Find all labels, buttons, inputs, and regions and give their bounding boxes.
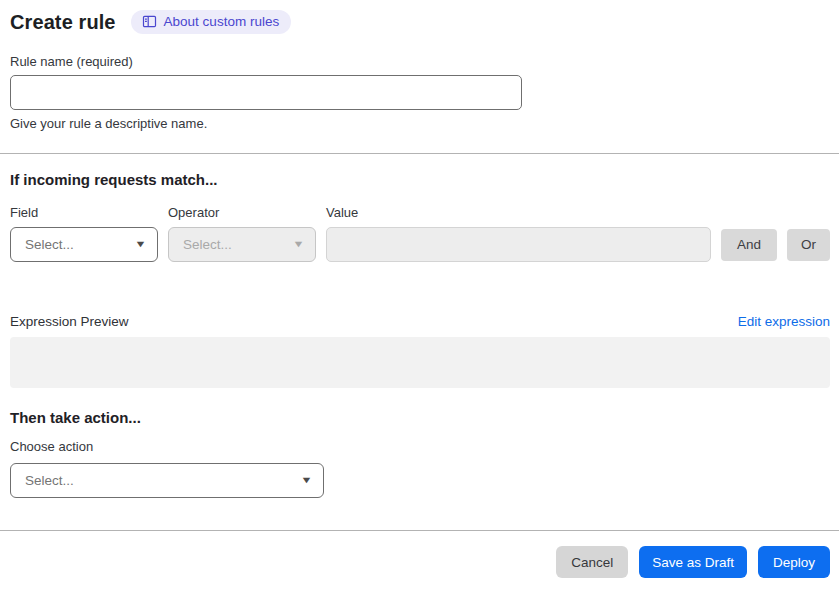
section-divider [0, 153, 839, 154]
or-button[interactable]: Or [787, 229, 830, 261]
field-select[interactable]: Select... ▼ [10, 227, 158, 262]
value-input[interactable] [326, 227, 711, 262]
caret-down-icon: ▼ [134, 240, 146, 249]
caret-down-icon: ▼ [300, 476, 312, 485]
choose-action-label: Choose action [10, 439, 830, 454]
about-badge-label: About custom rules [164, 14, 280, 29]
expression-preview-label: Expression Preview [10, 314, 129, 329]
field-select-value: Select... [25, 237, 74, 252]
save-as-draft-button[interactable]: Save as Draft [639, 546, 747, 578]
rule-name-input[interactable] [10, 75, 522, 110]
match-labels-row: Field Operator Value [10, 205, 830, 220]
choose-action-value: Select... [25, 473, 74, 488]
deploy-button[interactable]: Deploy [758, 546, 830, 578]
about-custom-rules-badge[interactable]: About custom rules [131, 10, 292, 34]
action-section-heading: Then take action... [10, 409, 830, 426]
field-label: Field [10, 205, 168, 220]
match-controls-row: Select... ▼ Select... ▼ And Or [10, 227, 830, 262]
value-label: Value [326, 205, 830, 220]
operator-select[interactable]: Select... ▼ [168, 227, 316, 262]
footer-actions: Cancel Save as Draft Deploy [10, 546, 830, 578]
match-section-heading: If incoming requests match... [10, 171, 830, 188]
operator-label: Operator [168, 205, 326, 220]
cancel-button[interactable]: Cancel [556, 546, 628, 578]
expression-row: Expression Preview Edit expression [10, 314, 830, 329]
caret-down-icon: ▼ [292, 240, 304, 249]
expression-preview-box [10, 337, 830, 388]
choose-action-select[interactable]: Select... ▼ [10, 463, 324, 498]
footer-divider [0, 530, 839, 531]
rule-name-helper: Give your rule a descriptive name. [10, 116, 830, 131]
book-icon [142, 14, 157, 29]
create-rule-page: Create rule About custom rules Rule name… [0, 0, 839, 597]
page-header: Create rule About custom rules [10, 10, 830, 34]
rule-name-label: Rule name (required) [10, 54, 830, 69]
edit-expression-link[interactable]: Edit expression [738, 314, 830, 329]
and-button[interactable]: And [721, 229, 777, 261]
page-title: Create rule [10, 11, 116, 34]
operator-select-value: Select... [183, 237, 232, 252]
